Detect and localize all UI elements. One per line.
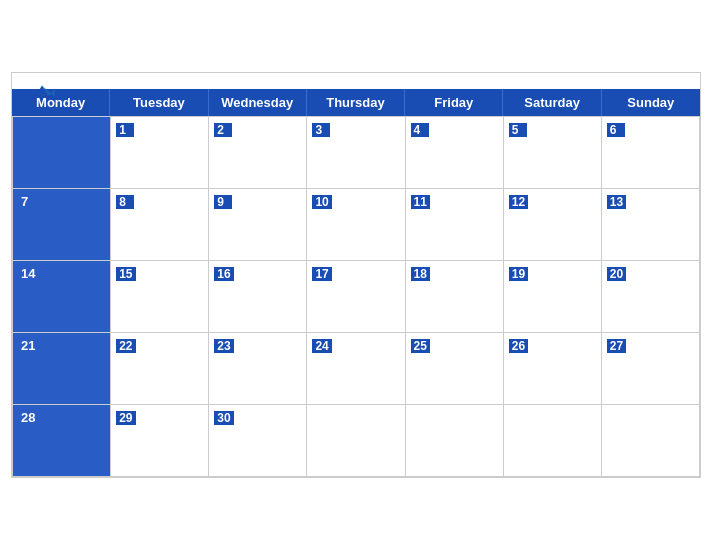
day-number: 1 bbox=[116, 123, 134, 137]
day-number: 10 bbox=[312, 195, 331, 209]
day-number: 22 bbox=[116, 339, 135, 353]
day-number: 15 bbox=[116, 267, 135, 281]
day-number: 29 bbox=[116, 411, 135, 425]
day-number: 26 bbox=[509, 339, 528, 353]
day-cell bbox=[602, 404, 700, 476]
day-cell: 25 bbox=[406, 332, 504, 404]
day-header-tuesday: Tuesday bbox=[110, 89, 208, 116]
day-cell: 22 bbox=[111, 332, 209, 404]
day-number: 6 bbox=[607, 123, 625, 137]
day-cell bbox=[406, 404, 504, 476]
day-number: 4 bbox=[411, 123, 429, 137]
day-number: 19 bbox=[509, 267, 528, 281]
day-header-sunday: Sunday bbox=[602, 89, 700, 116]
day-number: 3 bbox=[312, 123, 330, 137]
day-number: 5 bbox=[509, 123, 527, 137]
day-cell: 16 bbox=[209, 260, 307, 332]
day-cell: 13 bbox=[602, 188, 700, 260]
day-header-monday: Monday bbox=[12, 89, 110, 116]
logo bbox=[28, 81, 56, 101]
day-number: 12 bbox=[509, 195, 528, 209]
calendar-grid: 1234567891011121314151617181920212223242… bbox=[12, 116, 700, 477]
day-cell: 21 bbox=[13, 332, 111, 404]
day-number: 7 bbox=[18, 194, 36, 209]
calendar-header bbox=[12, 73, 700, 89]
svg-rect-2 bbox=[32, 95, 52, 98]
day-number: 24 bbox=[312, 339, 331, 353]
day-cell: 23 bbox=[209, 332, 307, 404]
day-cell: 6 bbox=[602, 116, 700, 188]
day-cell: 24 bbox=[307, 332, 405, 404]
day-cell: 26 bbox=[504, 332, 602, 404]
day-cell: 9 bbox=[209, 188, 307, 260]
day-number: 2 bbox=[214, 123, 232, 137]
day-cell: 27 bbox=[602, 332, 700, 404]
day-number: 13 bbox=[607, 195, 626, 209]
day-cell: 2 bbox=[209, 116, 307, 188]
day-cell: 20 bbox=[602, 260, 700, 332]
day-number: 30 bbox=[214, 411, 233, 425]
day-number: 16 bbox=[214, 267, 233, 281]
day-cell bbox=[504, 404, 602, 476]
day-number: 14 bbox=[18, 266, 38, 281]
day-cell bbox=[307, 404, 405, 476]
day-cell: 29 bbox=[111, 404, 209, 476]
day-cell: 7 bbox=[13, 188, 111, 260]
day-number: 11 bbox=[411, 195, 430, 209]
day-header-friday: Friday bbox=[405, 89, 503, 116]
day-number: 17 bbox=[312, 267, 331, 281]
day-number: 8 bbox=[116, 195, 134, 209]
day-number: 27 bbox=[607, 339, 626, 353]
day-cell: 15 bbox=[111, 260, 209, 332]
days-header: MondayTuesdayWednesdayThursdayFridaySatu… bbox=[12, 89, 700, 116]
calendar: MondayTuesdayWednesdayThursdayFridaySatu… bbox=[11, 72, 701, 478]
day-cell: 12 bbox=[504, 188, 602, 260]
day-cell: 18 bbox=[406, 260, 504, 332]
logo-icon bbox=[28, 81, 56, 101]
day-header-saturday: Saturday bbox=[503, 89, 601, 116]
day-cell: 8 bbox=[111, 188, 209, 260]
day-cell: 17 bbox=[307, 260, 405, 332]
day-header-thursday: Thursday bbox=[307, 89, 405, 116]
day-cell bbox=[13, 116, 111, 188]
day-cell: 19 bbox=[504, 260, 602, 332]
day-cell: 4 bbox=[406, 116, 504, 188]
day-cell: 11 bbox=[406, 188, 504, 260]
day-cell: 1 bbox=[111, 116, 209, 188]
day-cell: 10 bbox=[307, 188, 405, 260]
day-number: 21 bbox=[18, 338, 38, 353]
day-number: 28 bbox=[18, 410, 38, 425]
day-number: 9 bbox=[214, 195, 232, 209]
day-cell: 3 bbox=[307, 116, 405, 188]
day-cell: 28 bbox=[13, 404, 111, 476]
day-cell: 30 bbox=[209, 404, 307, 476]
day-cell: 5 bbox=[504, 116, 602, 188]
day-number: 20 bbox=[607, 267, 626, 281]
day-number: 18 bbox=[411, 267, 430, 281]
day-header-wednesday: Wednesday bbox=[209, 89, 307, 116]
day-number: 23 bbox=[214, 339, 233, 353]
day-number: 25 bbox=[411, 339, 430, 353]
day-cell: 14 bbox=[13, 260, 111, 332]
